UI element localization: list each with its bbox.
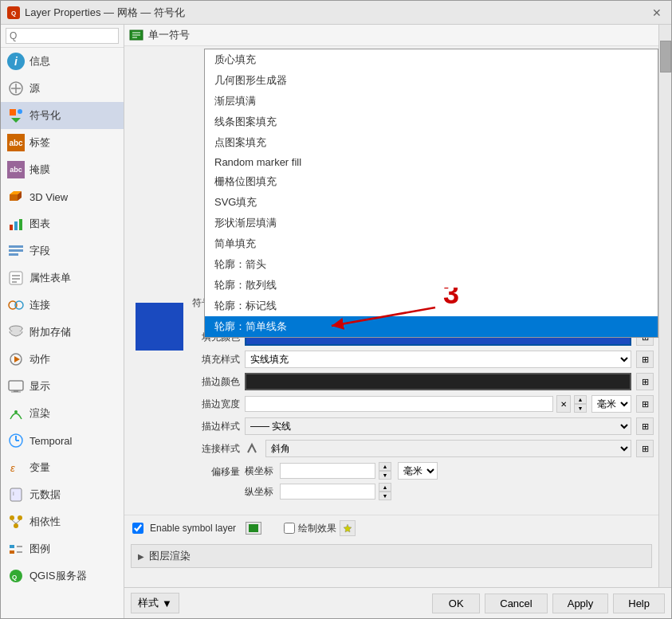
- sidebar-item-render[interactable]: 渲染: [1, 400, 124, 427]
- svg-point-29: [14, 410, 18, 413]
- join-style-select[interactable]: 斜角: [265, 440, 631, 457]
- offset-x-spinner[interactable]: ▲ ▼: [379, 462, 391, 480]
- sidebar-item-label-text: 标签: [29, 135, 50, 150]
- svg-rect-41: [10, 545, 14, 548]
- dropdown-item-gradient[interactable]: 渐层填满: [205, 91, 658, 112]
- variable-icon: ε: [7, 459, 25, 476]
- dropdown-item-solid-fill[interactable]: 质心填充: [205, 49, 658, 70]
- dropdown-item-outline-simple[interactable]: 轮廓：简单线条: [205, 316, 658, 337]
- sidebar-item-chart[interactable]: 图表: [1, 210, 124, 237]
- sidebar-item-action-label: 动作: [29, 352, 50, 366]
- sidebar: i 信息 源 符号化: [1, 25, 124, 618]
- draw-effects-checkbox[interactable]: [284, 523, 295, 534]
- cancel-button[interactable]: Cancel: [485, 594, 547, 613]
- sidebar-item-legend[interactable]: 图例: [1, 535, 124, 562]
- sidebar-item-qgis[interactable]: Q QGIS服务器: [1, 562, 124, 590]
- dropdown-item-line-pattern[interactable]: 线条图案填充: [205, 112, 658, 132]
- stroke-width-input[interactable]: 0.260000: [245, 396, 553, 412]
- offset-x-down[interactable]: ▼: [379, 471, 391, 480]
- sidebar-item-display[interactable]: 显示: [1, 373, 124, 400]
- symbol-type-select[interactable]: 单一符号: [129, 28, 190, 42]
- sidebar-item-field[interactable]: 字段: [1, 237, 124, 264]
- offset-x-input[interactable]: 0.000000: [280, 463, 375, 479]
- stroke-color-copy-btn[interactable]: ⊞: [636, 373, 654, 390]
- sidebar-item-join[interactable]: 连接: [1, 292, 124, 319]
- sidebar-item-info[interactable]: i 信息: [1, 48, 124, 75]
- sidebar-item-dependency-label: 相依性: [29, 515, 61, 529]
- join-style-copy-btn[interactable]: ⊞: [636, 440, 654, 457]
- dropdown-item-shape-burst[interactable]: 形状渐层填满: [205, 213, 658, 233]
- sidebar-item-mask[interactable]: abc 掩膜: [1, 156, 124, 183]
- search-input[interactable]: [6, 28, 119, 44]
- sidebar-item-symbology[interactable]: 符号化: [1, 102, 124, 129]
- sidebar-item-3dview-label: 3D View: [29, 191, 68, 203]
- offset-y-input[interactable]: 0.000000: [280, 484, 375, 500]
- sidebar-item-storage[interactable]: 附加存储: [1, 319, 124, 346]
- svg-point-38: [14, 523, 18, 528]
- dropdown-item-outline-marker[interactable]: 轮廓：标记线: [205, 296, 658, 316]
- stroke-width-up-btn[interactable]: ▲: [574, 395, 587, 404]
- stroke-color-swatch[interactable]: [245, 373, 631, 390]
- sidebar-item-display-label: 显示: [29, 379, 50, 394]
- sidebar-item-temporal[interactable]: Temporal: [1, 427, 124, 454]
- dropdown-item-geo-gen[interactable]: 几何图形生成器: [205, 70, 658, 91]
- dropdown-item-simple-fill[interactable]: 简单填充: [205, 233, 658, 254]
- ok-button[interactable]: OK: [432, 594, 480, 613]
- svg-rect-53: [249, 524, 258, 532]
- enable-symbol-icon[interactable]: [246, 522, 261, 535]
- svg-rect-18: [12, 275, 20, 276]
- offset-y-up[interactable]: ▲: [379, 483, 391, 492]
- stroke-width-spinner[interactable]: ▲ ▼: [574, 395, 587, 413]
- style-container: 样式 ▼: [131, 593, 179, 613]
- right-scrollbar[interactable]: [658, 25, 671, 587]
- dropdown-item-outline-arrow[interactable]: 轮廓：箭头: [205, 254, 658, 275]
- stroke-width-unit-select[interactable]: 毫米: [591, 395, 631, 413]
- draw-effects-btn[interactable]: [340, 520, 356, 536]
- offset-unit-select[interactable]: 毫米: [398, 462, 438, 480]
- svg-line-39: [12, 520, 16, 523]
- search-box: [1, 25, 124, 48]
- draw-effects-label: 绘制效果: [298, 522, 336, 535]
- sidebar-item-action[interactable]: 动作: [1, 346, 124, 373]
- fill-style-copy-btn[interactable]: ⊞: [636, 351, 654, 368]
- label-icon: abc: [7, 134, 25, 151]
- dropdown-item-point-pattern[interactable]: 点图案填充: [205, 132, 658, 153]
- join-style-row: 连接样式 斜角 ⊞: [185, 440, 654, 457]
- offset-y-spinner[interactable]: ▲ ▼: [379, 483, 391, 500]
- dropdown-item-outline-hashed[interactable]: 轮廓：散列线: [205, 275, 658, 296]
- join-style-label: 连接样式: [185, 442, 245, 456]
- svg-point-36: [10, 515, 14, 520]
- help-button[interactable]: Help: [613, 594, 665, 613]
- sidebar-item-variable[interactable]: ε 变量: [1, 454, 124, 481]
- sidebar-item-metadata[interactable]: i 元数据: [1, 481, 124, 508]
- panel-main: 单一符号 质心填充 几何图形生成器 渐层填满 线条图案填充 点图案填充 Rand…: [124, 25, 658, 587]
- stroke-width-copy-btn[interactable]: ⊞: [636, 395, 654, 413]
- stroke-style-select[interactable]: —— 实线: [245, 417, 631, 435]
- offset-x-up[interactable]: ▲: [379, 462, 391, 471]
- dropdown-item-svg-fill[interactable]: SVG填充: [205, 192, 658, 213]
- enable-symbol-checkbox[interactable]: [132, 523, 143, 534]
- close-button[interactable]: ✕: [649, 5, 665, 21]
- sidebar-item-dependency[interactable]: 相依性: [1, 508, 124, 535]
- sidebar-item-source[interactable]: 源: [1, 75, 124, 102]
- fill-style-value: 实线填充 ⊞: [245, 351, 654, 368]
- sidebar-item-label[interactable]: abc 标签: [1, 129, 124, 156]
- layer-render-header[interactable]: ▶ 图层渲染: [132, 545, 651, 567]
- sidebar-item-3dview[interactable]: 3D View: [1, 183, 124, 210]
- svg-point-37: [18, 515, 22, 520]
- scrollbar-thumb[interactable]: [660, 41, 671, 72]
- attrform-icon: [7, 269, 25, 287]
- style-button[interactable]: 样式 ▼: [131, 593, 179, 613]
- svg-rect-16: [9, 253, 18, 256]
- dropdown-item-random-marker[interactable]: Random marker fill: [205, 153, 658, 171]
- offset-y-down[interactable]: ▼: [379, 492, 391, 500]
- stroke-width-clear-btn[interactable]: ✕: [556, 395, 571, 413]
- fill-style-select[interactable]: 实线填充: [245, 351, 631, 368]
- apply-button[interactable]: Apply: [552, 594, 609, 613]
- stroke-style-copy-btn[interactable]: ⊞: [636, 417, 654, 435]
- stroke-width-down-btn[interactable]: ▼: [574, 404, 587, 413]
- offset-x-label: 横坐标: [245, 464, 277, 478]
- symbol-type-row: 单一符号: [124, 25, 658, 46]
- dropdown-item-raster-fill[interactable]: 栅格位图填充: [205, 171, 658, 192]
- sidebar-item-attrform[interactable]: 属性表单: [1, 264, 124, 292]
